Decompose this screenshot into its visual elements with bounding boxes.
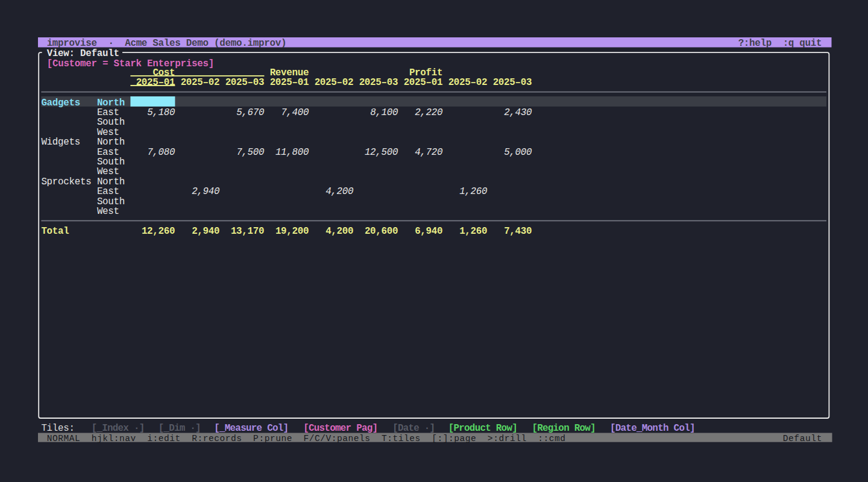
svg-text:[_Measure Col]: [_Measure Col] xyxy=(214,423,289,434)
svg-text:West: West xyxy=(97,127,119,138)
svg-text:West: West xyxy=(97,166,119,177)
svg-text:8,100: 8,100 xyxy=(370,107,398,118)
svg-text:Widgets: Widgets xyxy=(41,137,80,148)
svg-text:North: North xyxy=(97,137,125,148)
svg-text:East: East xyxy=(97,186,119,197)
svg-text:improvise: improvise xyxy=(47,38,97,49)
svg-text:1,260: 1,260 xyxy=(459,186,487,197)
svg-text:2,940: 2,940 xyxy=(192,186,219,197)
svg-text:View: Default: View: Default xyxy=(47,48,119,59)
svg-text:11,800: 11,800 xyxy=(275,147,309,158)
svg-text:[Customer Pag]: [Customer Pag] xyxy=(303,423,378,434)
svg-text:12,500: 12,500 xyxy=(365,147,398,158)
svg-text:4,200: 4,200 xyxy=(326,226,353,237)
svg-text:[Date_Month Col]: [Date_Month Col] xyxy=(610,423,696,434)
svg-text:5,180: 5,180 xyxy=(147,107,175,118)
svg-text:4,720: 4,720 xyxy=(415,147,442,158)
svg-text:North: North xyxy=(97,98,125,108)
svg-text:19,200: 19,200 xyxy=(275,226,309,237)
svg-text:South: South xyxy=(97,157,125,167)
svg-text:20,600: 20,600 xyxy=(365,226,398,237)
svg-text:Default: Default xyxy=(783,434,822,443)
svg-text:[Date ·]: [Date ·] xyxy=(392,423,435,434)
svg-text:[Customer = Stark Enterprises]: [Customer = Stark Enterprises] xyxy=(47,58,215,69)
svg-text:[_Dim ·]: [_Dim ·] xyxy=(159,423,201,434)
svg-text:5,670: 5,670 xyxy=(236,107,264,118)
svg-text:2,940: 2,940 xyxy=(192,226,219,237)
svg-text:·: · xyxy=(108,38,113,49)
svg-text:7,400: 7,400 xyxy=(281,107,309,118)
svg-text:12,260: 12,260 xyxy=(142,226,175,237)
svg-text:South: South xyxy=(97,117,125,128)
svg-text:6,940: 6,940 xyxy=(415,226,442,237)
svg-text:Total: Total xyxy=(41,226,69,237)
svg-text:West: West xyxy=(97,206,119,217)
svg-text:2025–02: 2025–02 xyxy=(448,77,488,88)
svg-text:North: North xyxy=(97,177,125,187)
svg-text::q quit: :q quit xyxy=(783,38,822,49)
svg-text:2025–03: 2025–03 xyxy=(359,77,398,88)
svg-text:2025–03: 2025–03 xyxy=(493,77,532,88)
svg-text:NORMAL hjkl:nav i:edit R:re: NORMAL hjkl:nav i:edit R:records P:prune… xyxy=(47,434,565,443)
svg-text:East: East xyxy=(97,107,119,118)
svg-text:2025–01: 2025–01 xyxy=(404,77,443,88)
svg-text:Gadgets: Gadgets xyxy=(41,98,80,108)
svg-text:Sprockets: Sprockets xyxy=(41,177,91,187)
svg-text:2,430: 2,430 xyxy=(504,107,532,118)
svg-text:7,080: 7,080 xyxy=(147,147,175,158)
svg-text:2,220: 2,220 xyxy=(415,107,442,118)
svg-text:Tiles:: Tiles: xyxy=(41,423,75,434)
svg-text:2025–02: 2025–02 xyxy=(315,77,354,88)
svg-text:?:help: ?:help xyxy=(738,38,772,49)
svg-text:South: South xyxy=(97,196,125,207)
svg-text:13,170: 13,170 xyxy=(231,226,265,237)
svg-text:7,430: 7,430 xyxy=(504,226,532,237)
svg-text:2025–02: 2025–02 xyxy=(181,77,220,88)
svg-text:7,500: 7,500 xyxy=(236,147,264,158)
svg-text:[_Index ·]: [_Index ·] xyxy=(92,423,145,434)
svg-text:2025–01: 2025–01 xyxy=(136,77,175,88)
svg-text:5,000: 5,000 xyxy=(504,147,532,158)
svg-text:1,260: 1,260 xyxy=(459,226,487,237)
svg-text:2025–01: 2025–01 xyxy=(270,77,309,88)
svg-text:Acme Sales Demo (demo.improv): Acme Sales Demo (demo.improv) xyxy=(125,38,286,49)
svg-text:[Product Row]: [Product Row] xyxy=(448,423,518,434)
svg-text:[Region Row]: [Region Row] xyxy=(532,423,596,434)
svg-text:4,200: 4,200 xyxy=(326,186,353,197)
svg-text:2025–03: 2025–03 xyxy=(225,77,265,88)
svg-text:East: East xyxy=(97,147,119,158)
